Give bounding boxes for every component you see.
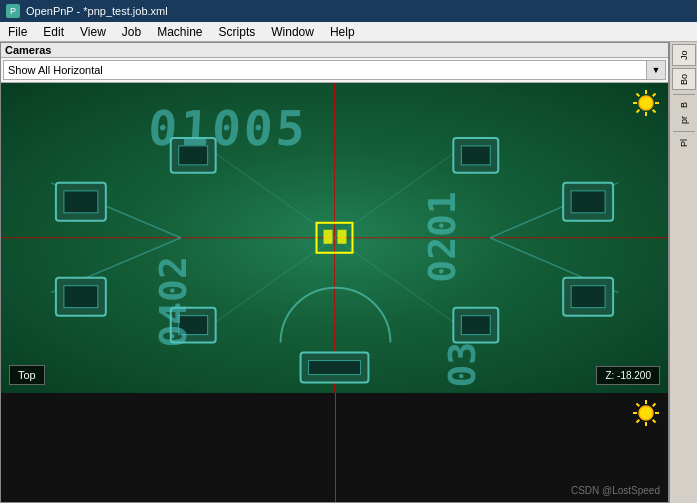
svg-text:0201: 0201 [420,191,464,282]
svg-line-51 [653,420,656,423]
title-bar: P OpenPnP - *pnp_test.job.xml [0,0,697,22]
sidebar-divider-2 [673,131,695,132]
camera-select[interactable]: Show All Horizontal Top Camera Bottom Ca… [3,60,647,80]
svg-rect-18 [571,286,605,308]
sidebar-label-b: B [678,99,690,111]
svg-text:0402: 0402 [151,256,195,347]
bottom-camera-view: CSDN @LostSpeed [1,393,668,502]
svg-rect-26 [461,316,490,335]
svg-rect-30 [324,230,333,244]
camera-select-row: Show All Horizontal Top Camera Bottom Ca… [1,58,668,83]
svg-rect-22 [461,146,490,165]
svg-line-53 [637,420,640,423]
svg-line-43 [653,94,656,97]
svg-rect-14 [64,286,98,308]
svg-line-52 [653,404,656,407]
camera-select-arrow[interactable]: ▼ [646,60,666,80]
menu-file[interactable]: File [0,23,35,41]
svg-text:03: 03 [440,342,484,388]
z-value-display: Z: -18.200 [596,366,660,385]
window-title: OpenPnP - *pnp_test.job.xml [26,5,168,17]
svg-point-36 [639,96,653,110]
menu-machine[interactable]: Machine [149,23,210,41]
top-camera-view: 01005 0201 0402 03 [1,83,668,393]
svg-rect-28 [309,361,361,375]
svg-point-45 [639,406,653,420]
sidebar-label-pr: pr [678,113,690,127]
menu-bar: File Edit View Job Machine Scripts Windo… [0,22,697,42]
main-layout: Cameras Show All Horizontal Top Camera B… [0,42,697,503]
sun-icon-bottom [632,399,660,427]
svg-text:01005: 01005 [147,100,309,156]
menu-edit[interactable]: Edit [35,23,72,41]
menu-scripts[interactable]: Scripts [211,23,264,41]
sun-icon-top [632,89,660,117]
sidebar-btn-jo[interactable]: Jo [672,44,696,66]
svg-line-42 [653,110,656,113]
app-icon: P [6,4,20,18]
sidebar-divider-1 [673,94,695,95]
svg-rect-31 [337,230,346,244]
menu-view[interactable]: View [72,23,114,41]
svg-line-41 [637,94,640,97]
top-camera-button[interactable]: Top [9,365,45,385]
bottom-crosshair-vertical [335,393,336,502]
svg-line-44 [637,110,640,113]
camera-panel: Cameras Show All Horizontal Top Camera B… [0,42,669,503]
menu-help[interactable]: Help [322,23,363,41]
sidebar-label-pl: Pl [678,136,690,150]
svg-rect-16 [571,191,605,213]
menu-window[interactable]: Window [263,23,322,41]
watermark: CSDN @LostSpeed [571,485,660,496]
sidebar-btn-bo[interactable]: Bo [672,68,696,90]
right-sidebar: Jo Bo B pr Pl [669,42,697,503]
cameras-label: Cameras [1,43,668,58]
menu-job[interactable]: Job [114,23,149,41]
svg-line-50 [637,404,640,407]
pcb-svg: 01005 0201 0402 03 [1,83,668,393]
svg-rect-12 [64,191,98,213]
camera-view-area: 01005 0201 0402 03 [1,83,668,502]
